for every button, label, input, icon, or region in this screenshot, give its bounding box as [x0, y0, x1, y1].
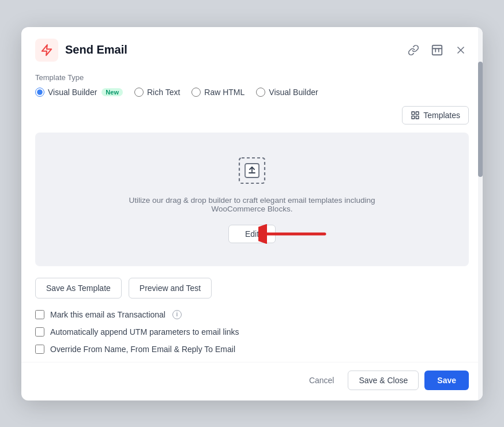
link-icon: [408, 44, 419, 56]
checkbox-transactional-label[interactable]: Mark this email as Transactional: [50, 310, 166, 319]
code-icon: [431, 44, 443, 56]
cancel-button[interactable]: Cancel: [301, 371, 343, 390]
save-button[interactable]: Save: [424, 371, 469, 390]
new-badge: New: [101, 88, 123, 96]
svg-rect-9: [416, 116, 419, 119]
radio-raw-html-label: Raw HTML: [204, 88, 245, 97]
radio-visual-builder[interactable]: Visual Builder New: [35, 88, 123, 97]
modal: Send Email: [21, 27, 483, 400]
templates-icon: [411, 111, 420, 120]
builder-area: Utilize our drag & drop builder to craft…: [35, 133, 469, 266]
preview-and-test-button[interactable]: Preview and Test: [129, 278, 212, 298]
code-button[interactable]: [428, 41, 446, 59]
checkbox-utm[interactable]: [35, 327, 44, 337]
link-button[interactable]: [405, 42, 422, 58]
svg-rect-7: [412, 112, 415, 115]
checkbox-utm-label[interactable]: Automatically append UTM parameters to e…: [50, 327, 239, 337]
templates-label: Templates: [423, 111, 460, 120]
section-label: Template Type: [35, 71, 469, 82]
radio-rich-text-input[interactable]: [134, 88, 144, 97]
radio-visual-builder-label: Visual Builder: [48, 88, 97, 97]
modal-overlay: Send Email: [0, 0, 504, 427]
save-close-button[interactable]: Save & Close: [348, 371, 419, 390]
edit-btn-row: Edit: [228, 225, 276, 243]
svg-marker-0: [42, 44, 52, 55]
transactional-info-icon[interactable]: i: [172, 310, 182, 319]
close-icon: [455, 44, 467, 56]
modal-body: Template Type Visual Builder New Rich Te…: [21, 71, 483, 362]
radio-raw-html[interactable]: Raw HTML: [191, 88, 245, 97]
drag-drop-icon: [237, 156, 267, 188]
header-actions: [405, 41, 469, 59]
modal-header: Send Email: [21, 27, 483, 71]
checkbox-override-label[interactable]: Override From Name, From Email & Reply T…: [50, 345, 235, 354]
builder-description: Utilize our drag & drop builder to craft…: [114, 196, 390, 213]
modal-title: Send Email: [65, 43, 405, 56]
scrollbar-thumb[interactable]: [478, 62, 483, 177]
modal-footer: Cancel Save & Close Save: [21, 362, 483, 400]
templates-btn-row: Templates: [35, 106, 469, 124]
red-arrow-svg: [258, 224, 328, 244]
radio-visual-builder-2-input[interactable]: [256, 88, 265, 97]
radio-rich-text[interactable]: Rich Text: [134, 88, 180, 97]
radio-visual-builder-2[interactable]: Visual Builder: [256, 88, 318, 97]
checkbox-transactional[interactable]: [35, 310, 44, 319]
radio-raw-html-input[interactable]: [191, 88, 201, 97]
svg-rect-1: [432, 45, 442, 55]
checkbox-override-row: Override From Name, From Email & Reply T…: [35, 345, 469, 354]
arrow-indicator: [258, 224, 328, 244]
send-email-icon: [35, 39, 58, 62]
checkbox-override[interactable]: [35, 345, 44, 354]
checkbox-transactional-row: Mark this email as Transactional i: [35, 310, 469, 319]
templates-button[interactable]: Templates: [402, 106, 469, 124]
action-btns-row: Save As Template Preview and Test: [35, 278, 469, 298]
radio-rich-text-label: Rich Text: [147, 88, 180, 97]
save-as-template-button[interactable]: Save As Template: [35, 278, 122, 298]
scrollbar-track[interactable]: [478, 27, 483, 400]
svg-rect-8: [416, 112, 419, 115]
radio-visual-builder-2-label: Visual Builder: [269, 88, 318, 97]
template-type-row: Visual Builder New Rich Text Raw HTML Vi…: [35, 88, 469, 97]
checkbox-utm-row: Automatically append UTM parameters to e…: [35, 327, 469, 337]
svg-rect-10: [412, 116, 415, 119]
radio-visual-builder-input[interactable]: [35, 88, 44, 97]
close-button[interactable]: [453, 42, 469, 58]
